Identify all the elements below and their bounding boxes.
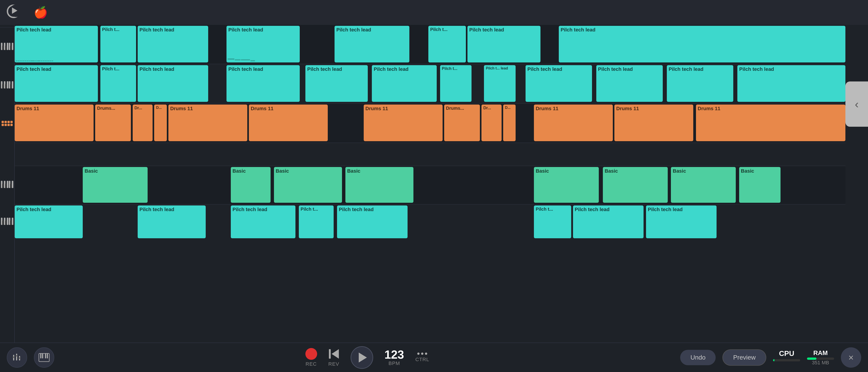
clip-1-2[interactable]: Pilch t... (100, 26, 136, 62)
clip-3-7[interactable]: Drums 11 (364, 105, 442, 141)
clip-5-4[interactable]: Basic (345, 167, 413, 203)
close-icon: × (848, 352, 854, 363)
cpu-bar (773, 359, 800, 361)
track3-icon[interactable] (1, 104, 13, 143)
bottom-right-controls: Undo Preview CPU RAM 351 MB (680, 347, 861, 368)
top-bar: 17 33 49 🍎 (0, 0, 868, 25)
cpu-bar-fill (773, 359, 774, 361)
clip-6-2[interactable]: Pilch tech lead (138, 205, 206, 238)
svg-rect-4 (16, 355, 18, 356)
mixer-icon (12, 352, 22, 363)
clip-3-1[interactable]: Drums 11 (15, 105, 94, 141)
cpu-ram-display: CPU RAM 351 MB (773, 349, 834, 366)
clip-3-6[interactable]: Drums 11 (249, 105, 328, 141)
svg-rect-5 (19, 357, 21, 359)
cpu-label: CPU (779, 349, 794, 358)
instrument-button[interactable] (34, 347, 54, 368)
track-row-1: Pilch tech lead Pilch t... Pilch tech le… (15, 25, 845, 64)
clip-1-1[interactable]: Pilch tech lead (15, 26, 98, 62)
bottom-left-controls (7, 347, 54, 368)
clip-1-7[interactable]: Pilch tech lead (467, 26, 540, 62)
clip-3-13[interactable]: Drums 11 (696, 105, 846, 141)
clip-6-8[interactable]: Pilch tech lead (646, 205, 717, 238)
undo-button[interactable]: Undo (680, 350, 716, 365)
clip-1-6[interactable]: Pilch t... (428, 26, 466, 62)
track1-icon[interactable] (1, 27, 13, 66)
clip-5-3[interactable]: Basic (274, 167, 342, 203)
bpm-value[interactable]: 123 (384, 349, 404, 361)
tracks-area[interactable]: Pilch tech lead Pilch t... Pilch tech le… (15, 25, 845, 343)
ctrl-label: CTRL (415, 356, 429, 363)
clip-1-8[interactable]: Pilch tech lead (559, 26, 845, 62)
svg-rect-9 (45, 353, 46, 359)
track-row-6: Pilch tech lead Pilch tech lead Pilch te… (15, 205, 845, 240)
top-bar-left (0, 0, 29, 25)
clip-5-1[interactable]: Basic (83, 167, 148, 203)
clip-2-8[interactable]: Pilch t... lead (484, 65, 516, 102)
clip-6-1[interactable]: Pilch tech lead (15, 205, 83, 238)
track-row-5: Basic Basic Basic Basic Basic Basic Basi… (15, 166, 845, 204)
preview-button[interactable]: Preview (722, 349, 766, 366)
bpm-label: BPM (389, 361, 400, 366)
ram-bar-fill (807, 357, 816, 360)
rev-button[interactable]: REV (329, 348, 339, 367)
clip-2-11[interactable]: Pilch tech lead (667, 65, 733, 102)
track6-icon[interactable] (1, 204, 13, 239)
track4-icon (1, 143, 13, 165)
play-button[interactable] (350, 346, 373, 369)
clip-2-6[interactable]: Pilch tech lead (372, 65, 437, 102)
clip-6-3[interactable]: Pilch tech lead (231, 205, 296, 238)
ram-value: 351 MB (812, 360, 829, 366)
clip-3-10[interactable]: D... (503, 105, 516, 141)
clip-5-7[interactable]: Basic (671, 167, 736, 203)
clip-5-6[interactable]: Basic (603, 167, 668, 203)
close-button[interactable]: × (841, 347, 861, 368)
clip-3-3[interactable]: Dr... (133, 105, 153, 141)
clip-3-9[interactable]: Dr... (482, 105, 501, 141)
track2-icon[interactable] (1, 66, 13, 104)
mixer-button[interactable] (7, 347, 27, 368)
instrument-icon (38, 353, 50, 362)
track-row-4 (15, 143, 845, 166)
clip-2-7[interactable]: Pilch t... (440, 65, 472, 102)
clip-6-7[interactable]: Pilch tech lead (573, 205, 644, 238)
clip-3-4[interactable]: D... (154, 105, 166, 141)
clip-1-3[interactable]: Pilch tech lead (138, 26, 208, 62)
clip-2-9[interactable]: Pilch tech lead (526, 65, 592, 102)
svg-rect-8 (42, 353, 43, 359)
bpm-display: 123 BPM (384, 349, 404, 366)
clip-6-5[interactable]: Pilch tech lead (337, 205, 408, 238)
clip-3-2[interactable]: Drums... (95, 105, 131, 141)
clip-2-1[interactable]: Pilch tech lead (15, 65, 98, 102)
bottom-center-controls: REC REV 123 BPM CTRL (305, 346, 429, 369)
play-icon (359, 352, 367, 363)
clip-3-11[interactable]: Drums 11 (534, 105, 613, 141)
clip-1-5[interactable]: Pilch tech lead (335, 26, 409, 62)
chevron-left-icon: ‹ (855, 97, 859, 111)
clip-2-3[interactable]: Pilch tech lead (138, 65, 208, 102)
clip-3-5[interactable]: Drums 11 (168, 105, 247, 141)
clip-2-4[interactable]: Pilch tech lead (226, 65, 300, 102)
clip-1-4[interactable]: Pilch tech lead (226, 26, 300, 62)
track5-icon[interactable] (1, 165, 13, 204)
clip-2-5[interactable]: Pilch tech lead (305, 65, 368, 102)
clip-3-12[interactable]: Drums 11 (614, 105, 693, 141)
ram-bar (807, 357, 834, 360)
ctrl-button[interactable]: CTRL (415, 352, 429, 363)
ram-label: RAM (813, 349, 828, 356)
collapse-arrow[interactable]: ‹ (845, 82, 868, 127)
rec-button[interactable]: REC (305, 348, 317, 367)
clip-5-8[interactable]: Basic (739, 167, 781, 203)
clip-3-8[interactable]: Drums... (444, 105, 480, 141)
clip-2-2[interactable]: Pilch t... (100, 65, 136, 102)
clip-6-4[interactable]: Pilch t... (299, 205, 334, 238)
clip-5-2[interactable]: Basic (231, 167, 271, 203)
svg-rect-10 (47, 353, 48, 359)
clip-6-6[interactable]: Pilch t... (534, 205, 571, 238)
clip-5-5[interactable]: Basic (534, 167, 599, 203)
svg-rect-1 (16, 354, 17, 361)
rev-label: REV (329, 361, 339, 367)
clip-2-10[interactable]: Pilch tech lead (596, 65, 663, 102)
profile-icon[interactable]: 🍎 (34, 6, 48, 19)
clip-2-12[interactable]: Pilch tech lead (737, 65, 845, 102)
